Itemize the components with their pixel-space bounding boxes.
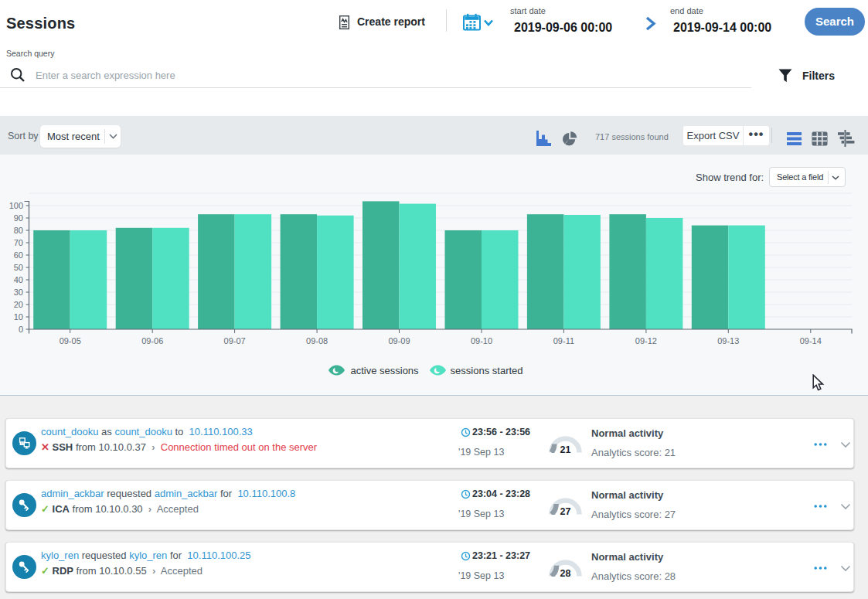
- svg-text:0: 0: [19, 325, 23, 334]
- svg-text:60: 60: [14, 250, 23, 260]
- svg-text:09-12: 09-12: [635, 336, 657, 345]
- svg-text:09-10: 09-10: [471, 336, 492, 345]
- svg-text:09-07: 09-07: [224, 336, 246, 345]
- svg-text:30: 30: [14, 288, 23, 297]
- svg-text:10: 10: [14, 312, 23, 322]
- svg-text:09-11: 09-11: [553, 336, 574, 345]
- svg-text:50: 50: [14, 263, 23, 272]
- svg-text:09-13: 09-13: [717, 336, 739, 345]
- svg-text:20: 20: [14, 300, 23, 309]
- svg-text:09-09: 09-09: [388, 336, 410, 345]
- svg-text:09-14: 09-14: [800, 336, 822, 345]
- svg-text:40: 40: [14, 275, 23, 284]
- svg-text:90: 90: [14, 213, 23, 223]
- svg-text:100: 100: [9, 201, 23, 210]
- svg-text:09-08: 09-08: [306, 336, 328, 345]
- svg-text:80: 80: [14, 226, 23, 235]
- svg-text:09-06: 09-06: [141, 336, 163, 345]
- svg-text:70: 70: [14, 238, 23, 247]
- svg-text:09-05: 09-05: [60, 336, 81, 345]
